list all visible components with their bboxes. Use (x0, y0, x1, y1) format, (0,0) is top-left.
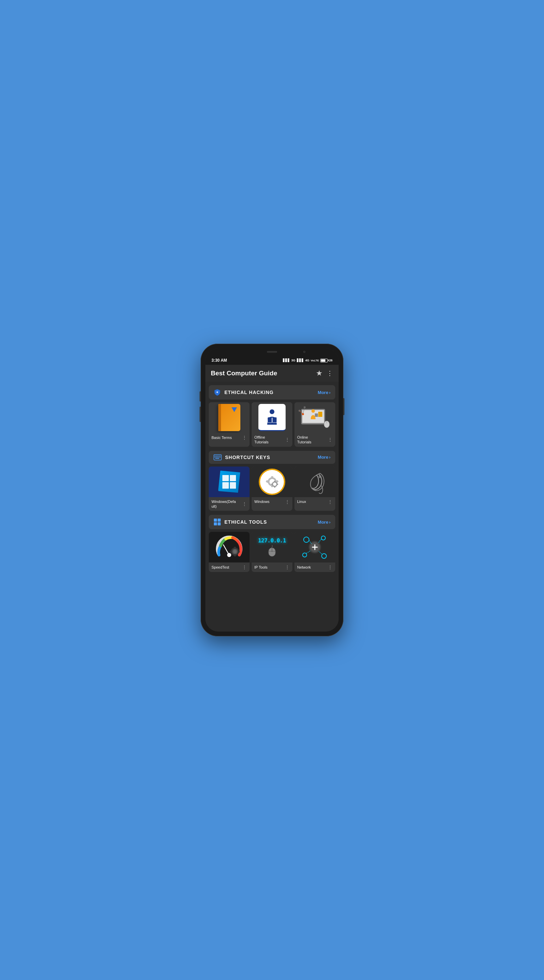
card-menu-icon[interactable]: ⋮ (328, 565, 333, 570)
svg-point-59 (233, 550, 236, 553)
card-menu-icon[interactable]: ⋮ (242, 501, 247, 507)
svg-rect-18 (214, 456, 216, 456)
network-card[interactable]: Network ⋮ (295, 532, 335, 572)
svg-rect-55 (234, 547, 236, 549)
card-menu-icon[interactable]: ⋮ (285, 499, 290, 504)
main-content[interactable]: ✦ ETHICAL HACKING More › Basic Terms (205, 382, 339, 632)
battery-fill (321, 360, 325, 362)
speedtest-image (209, 532, 249, 563)
section-header-left: ETHICAL TOOLS (214, 518, 267, 526)
online-tutorials-label: OnlineTutorials (297, 435, 311, 445)
svg-rect-57 (238, 550, 240, 553)
card-footer: Network ⋮ (295, 563, 335, 572)
ethical-tools-title: ETHICAL TOOLS (224, 519, 267, 525)
svg-rect-26 (219, 457, 220, 457)
card-footer: Windows(Default) ⋮ (209, 497, 249, 511)
windows-default-label: Windows(Default) (211, 499, 236, 509)
card-menu-icon[interactable]: ⋮ (328, 499, 333, 504)
svg-point-66 (322, 554, 327, 558)
svg-rect-48 (217, 519, 220, 522)
settings-gear-svg (265, 474, 280, 489)
svg-rect-27 (220, 457, 220, 457)
speedtest-card[interactable]: SpeedTest ⋮ (209, 532, 249, 572)
windows-default-image (209, 466, 249, 497)
time-display: 3:30 AM (211, 358, 227, 363)
network-3g: 3G (291, 359, 295, 362)
card-menu-icon[interactable]: ⋮ (285, 437, 290, 442)
basic-terms-card[interactable]: Basic Terms ⋮ (209, 402, 249, 447)
svg-rect-56 (234, 555, 236, 556)
svg-line-72 (318, 539, 321, 543)
svg-rect-20 (217, 456, 218, 456)
volume-up-button (200, 391, 201, 401)
phone-device: 3:30 AM ▋▋▋ 3G ▋▋▋ 4G VoLTE 26 Best Comp… (201, 344, 343, 636)
svg-rect-41 (274, 481, 275, 482)
card-menu-icon[interactable]: ⋮ (242, 435, 247, 440)
windows-default-card[interactable]: Windows(Default) ⋮ (209, 466, 249, 511)
network-image (295, 532, 335, 563)
grid-icon (214, 518, 221, 526)
svg-rect-19 (216, 456, 217, 456)
online-tutorial-icon (295, 402, 335, 433)
offline-tutorials-card[interactable]: OfflineTutorials ⋮ (252, 402, 292, 447)
windows-label: Windows (254, 499, 270, 504)
ip-tools-label: IP Tools (254, 565, 268, 570)
svg-rect-21 (219, 456, 220, 456)
speaker (267, 351, 277, 353)
ethical-tools-header: ETHICAL TOOLS More › (209, 515, 335, 529)
volume-down-button (200, 407, 201, 422)
gear-icon (260, 470, 284, 494)
ethical-tools-more-btn[interactable]: More › (318, 520, 330, 525)
card-menu-icon[interactable]: ⋮ (285, 565, 290, 570)
network-label: Network (297, 565, 311, 570)
ethical-hacking-header: ✦ ETHICAL HACKING More › (209, 385, 335, 399)
app-header: Best Computer Guide ★ ⋮ (205, 365, 339, 382)
shortcut-keys-cards: Windows(Default) ⋮ (209, 466, 335, 511)
overflow-menu-icon[interactable]: ⋮ (327, 369, 333, 377)
signal-bars-2: ▋▋▋ (297, 359, 304, 362)
windows-logo (218, 471, 240, 493)
svg-rect-44 (271, 484, 273, 485)
linux-card[interactable]: Linux ⋮ (295, 466, 335, 511)
card-footer: OnlineTutorials ⋮ (295, 433, 335, 447)
status-icons: ▋▋▋ 3G ▋▋▋ 4G VoLTE 26 (283, 359, 333, 363)
volte: VoLTE (311, 359, 319, 362)
mouse-icon (267, 545, 277, 557)
ip-tools-card[interactable]: 127.0.0.1 IP Tools ⋮ (252, 532, 292, 572)
svg-rect-22 (220, 456, 220, 456)
card-footer: SpeedTest ⋮ (209, 563, 249, 572)
online-tutorials-card[interactable]: OnlineTutorials ⋮ (295, 402, 335, 447)
front-camera (303, 351, 305, 353)
windows-image (252, 466, 292, 497)
windows-card[interactable]: Windows ⋮ (252, 466, 292, 511)
svg-point-40 (273, 482, 276, 486)
svg-rect-47 (214, 519, 217, 522)
svg-line-73 (306, 550, 311, 553)
card-menu-icon[interactable]: ⋮ (328, 437, 333, 442)
signal-bars: ▋▋▋ (283, 359, 290, 362)
linux-label: Linux (297, 499, 306, 504)
shortcut-keys-more-btn[interactable]: More › (318, 455, 330, 460)
offline-tutorials-label: OfflineTutorials (254, 435, 269, 445)
svg-point-52 (227, 553, 231, 557)
svg-point-1 (270, 409, 274, 414)
ethical-hacking-more-btn[interactable]: More › (318, 390, 330, 395)
basic-terms-image (209, 402, 249, 433)
book-icon (218, 404, 240, 431)
svg-point-63 (304, 537, 309, 542)
favorite-icon[interactable]: ★ (316, 369, 323, 378)
power-button (343, 398, 344, 415)
network-4g: 4G (305, 359, 309, 362)
battery-indicator (320, 359, 328, 363)
svg-rect-25 (217, 457, 218, 457)
card-menu-icon[interactable]: ⋮ (242, 565, 247, 570)
section-header-left: SHORTCUT KEYS (214, 454, 270, 460)
windows-grid (222, 475, 236, 488)
speedtest-icon-svg (214, 533, 244, 562)
phone-screen: 3:30 AM ▋▋▋ 3G ▋▋▋ 4G VoLTE 26 Best Comp… (205, 348, 339, 632)
header-actions: ★ ⋮ (316, 369, 333, 378)
ip-address-text: 127.0.0.1 (258, 537, 286, 544)
battery-percent: 26 (329, 359, 333, 362)
svg-rect-49 (214, 522, 217, 525)
octopus-network-svg (300, 533, 330, 562)
